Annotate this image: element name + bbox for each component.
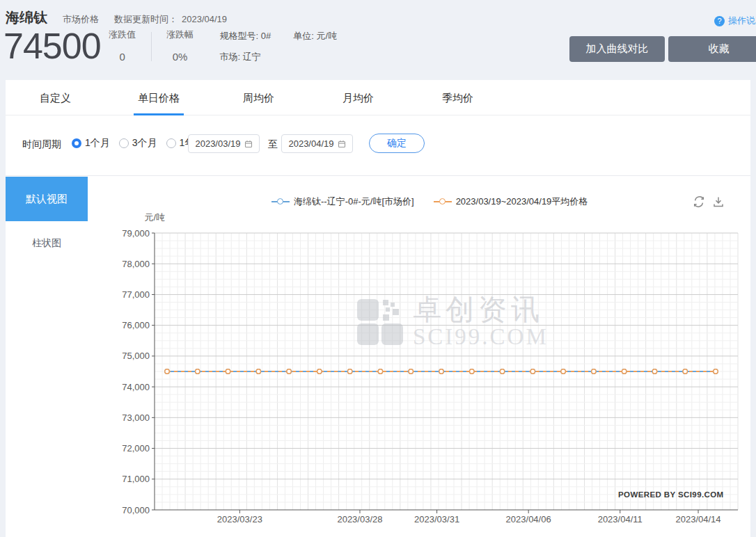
filter-bar: 时间周期 1个月 3个月 1年 2023/03/19 至 2023/04/19 xyxy=(6,115,750,176)
period-radio-group: 1个月 3个月 1年 xyxy=(72,137,203,150)
spec-market-block: 规格型号: 0# 市场: 辽宁 xyxy=(220,30,271,63)
unit-label: 单位: 元/吨 xyxy=(293,30,337,42)
calendar-icon xyxy=(338,140,346,148)
tab-monthly-avg[interactable]: 月均价 xyxy=(342,92,374,105)
svg-text:2023/04/06: 2023/04/06 xyxy=(506,514,551,524)
help-link-label: 操作说明 xyxy=(728,15,756,27)
svg-text:75,000: 75,000 xyxy=(122,351,150,361)
spec-label: 规格型号: 0# xyxy=(220,30,271,42)
powered-by-label: POWERED BY SCI99.COM xyxy=(618,490,724,499)
radio-3m-icon xyxy=(119,138,129,148)
divider xyxy=(151,32,152,61)
price-chart-svg: 79,00078,00077,00076,00075,00074,00073,0… xyxy=(90,181,750,532)
tab-custom[interactable]: 自定义 xyxy=(40,92,71,105)
tab-daily-price[interactable]: 单日价格 xyxy=(138,92,180,105)
to-label: 至 xyxy=(268,138,278,151)
tab-weekly-avg[interactable]: 周均价 xyxy=(243,92,274,105)
market-label: 市场: 辽宁 xyxy=(220,51,271,63)
change-value: 0 xyxy=(101,51,144,63)
add-compare-button[interactable]: 加入曲线对比 xyxy=(569,36,665,62)
svg-text:2023/04/11: 2023/04/11 xyxy=(598,514,643,524)
svg-text:78,000: 78,000 xyxy=(122,259,150,269)
svg-text:71,000: 71,000 xyxy=(122,474,150,484)
radio-1m-icon xyxy=(72,138,81,148)
radio-option-0[interactable]: 1个月 xyxy=(72,137,110,150)
help-link[interactable]: ? 操作说明 xyxy=(714,15,756,27)
date-from-input[interactable]: 2023/03/19 xyxy=(188,134,260,153)
svg-text:2023/04/14: 2023/04/14 xyxy=(675,514,720,524)
product-title: 海绵钛 xyxy=(6,8,47,27)
change-value-block: 涨跌值 0 xyxy=(101,29,144,63)
svg-text:76,000: 76,000 xyxy=(122,320,150,330)
radio-1y-icon xyxy=(166,138,176,148)
svg-text:元/吨: 元/吨 xyxy=(144,212,165,223)
tab-bar: 自定义 单日价格 周均价 月均价 季均价 xyxy=(6,80,750,115)
chart-panel: 默认视图 柱状图 海绵钛--辽宁-0#-元/吨[市场价] 2023/03/19~… xyxy=(6,176,750,537)
radio-option-1[interactable]: 3个月 xyxy=(119,137,157,150)
favorite-button[interactable]: 收藏 xyxy=(668,36,756,62)
svg-text:79,000: 79,000 xyxy=(122,228,150,239)
update-time-value: 2023/04/19 xyxy=(182,14,227,24)
price-row: 74500 涨跌值 0 涨跌幅 0% 规格型号: 0# 市场: 辽宁 单位: 元… xyxy=(3,25,337,67)
header: 海绵钛 市场价格 数据更新时间： 2023/04/19 74500 涨跌值 0 … xyxy=(0,0,756,80)
svg-text:2023/03/28: 2023/03/28 xyxy=(337,514,382,524)
change-pct: 0% xyxy=(159,51,202,63)
change-pct-block: 涨跌幅 0% xyxy=(159,29,202,63)
svg-text:70,000: 70,000 xyxy=(122,505,150,515)
svg-text:2023/03/31: 2023/03/31 xyxy=(414,514,459,524)
sidebar-item-bar-chart[interactable]: 柱状图 xyxy=(6,237,88,250)
question-icon: ? xyxy=(714,16,725,26)
period-label: 时间周期 xyxy=(22,138,61,151)
current-price: 74500 xyxy=(3,25,101,67)
update-time-label: 数据更新时间： xyxy=(114,13,178,26)
svg-text:74,000: 74,000 xyxy=(122,382,150,392)
calendar-icon xyxy=(244,140,253,148)
svg-text:2023/03/23: 2023/03/23 xyxy=(217,514,262,524)
change-pct-label: 涨跌幅 xyxy=(159,29,202,41)
svg-text:72,000: 72,000 xyxy=(122,443,150,454)
svg-text:77,000: 77,000 xyxy=(122,289,150,300)
title-row: 海绵钛 市场价格 数据更新时间： 2023/04/19 xyxy=(6,8,227,27)
tab-quarterly-avg[interactable]: 季均价 xyxy=(442,92,473,105)
date-to-input[interactable]: 2023/04/19 xyxy=(281,134,353,153)
price-type-label: 市场价格 xyxy=(63,13,99,26)
confirm-button[interactable]: 确定 xyxy=(369,134,425,153)
svg-text:73,000: 73,000 xyxy=(122,412,150,423)
sidebar-item-default-view[interactable]: 默认视图 xyxy=(6,177,88,221)
change-value-label: 涨跌值 xyxy=(101,29,144,41)
